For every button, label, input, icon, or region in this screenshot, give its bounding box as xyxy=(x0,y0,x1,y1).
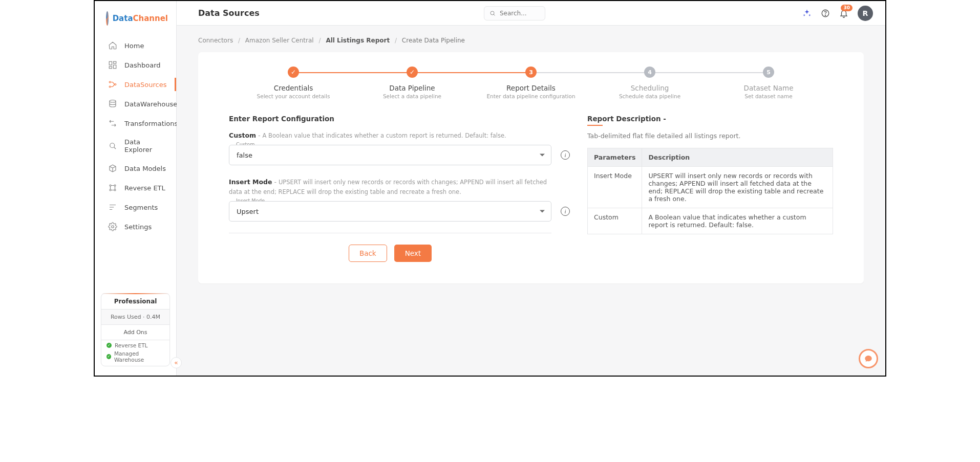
parameters-table: Parameters Description Insert Mode UPSER… xyxy=(587,148,833,234)
help-icon[interactable] xyxy=(821,9,830,18)
transformations-icon xyxy=(108,119,117,128)
desc-text: Tab-delimited flat file detailed all lis… xyxy=(587,132,833,140)
field-custom: Custom - A Boolean value that indicates … xyxy=(229,130,551,165)
svg-rect-1 xyxy=(114,61,116,63)
chevron-down-icon xyxy=(540,154,545,157)
notifications-button[interactable]: 30 xyxy=(839,9,848,18)
home-icon xyxy=(108,41,117,50)
plan-rows-used: Rows Used · 0.4M xyxy=(101,310,169,324)
step-dataset-name: 5 Dataset Name Set dataset name xyxy=(709,67,828,99)
breadcrumb: Connectors / Amazon Seller Central / All… xyxy=(177,26,885,49)
sidebar-item-dashboard[interactable]: Dashboard xyxy=(95,55,176,75)
plan-addon: ✓Managed Warehouse xyxy=(101,348,169,366)
svg-rect-3 xyxy=(109,67,112,69)
table-row: Insert Mode UPSERT will insert only new … xyxy=(588,167,833,208)
step-data-pipeline[interactable]: ✓ Data Pipeline Select a data pipeline xyxy=(353,67,472,99)
sidebar-item-segments[interactable]: Segments xyxy=(95,197,176,217)
svg-point-12 xyxy=(114,189,116,191)
info-icon[interactable]: i xyxy=(561,150,570,160)
next-button[interactable]: Next xyxy=(394,245,432,262)
step-report-details[interactable]: 3 Report Details Enter data pipeline con… xyxy=(472,67,590,99)
info-icon[interactable]: i xyxy=(561,207,570,216)
svg-point-8 xyxy=(110,143,115,148)
avatar[interactable]: R xyxy=(858,6,873,21)
field-insert-mode: Insert Mode - UPSERT will insert only ne… xyxy=(229,177,551,222)
primary-nav: Home Dashboard DataSources DataWarehouse… xyxy=(95,35,176,236)
insert-mode-select-value: Upsert xyxy=(237,208,259,215)
sidebar-item-label: Dashboard xyxy=(124,61,161,69)
segments-icon xyxy=(108,203,117,212)
notification-badge: 30 xyxy=(841,5,853,12)
breadcrumb-current: Create Data Pipeline xyxy=(402,37,465,44)
sidebar-item-data-models[interactable]: Data Models xyxy=(95,159,176,178)
breadcrumb-item[interactable]: Amazon Seller Central xyxy=(245,37,314,44)
svg-point-6 xyxy=(115,84,116,85)
check-icon: ✓ xyxy=(410,69,415,76)
sidebar-item-label: Data Models xyxy=(124,165,166,172)
back-button[interactable]: Back xyxy=(349,245,387,262)
plan-addons-title: Add Ons xyxy=(101,324,169,340)
svg-point-13 xyxy=(112,226,114,228)
step-credentials[interactable]: ✓ Credentials Select your account detail… xyxy=(234,67,353,99)
sidebar-item-label: Segments xyxy=(124,204,158,211)
sidebar-item-datawarehouses[interactable]: DataWarehouses xyxy=(95,94,176,114)
warehouse-icon xyxy=(108,99,117,108)
breadcrumb-item[interactable]: Connectors xyxy=(198,37,233,44)
sidebar-item-reverse-etl[interactable]: Reverse ETL xyxy=(95,178,176,197)
logo-text: DataChannel xyxy=(113,14,168,23)
sidebar-item-label: Transformations xyxy=(124,120,178,127)
check-icon: ✓ xyxy=(106,354,111,359)
sidebar-item-label: Home xyxy=(124,42,144,50)
chat-icon xyxy=(864,355,872,363)
logo[interactable]: DataChannel xyxy=(95,1,176,35)
sidebar-item-label: DataSources xyxy=(124,81,166,89)
svg-rect-0 xyxy=(109,61,112,65)
desc-heading: Report Description - xyxy=(587,115,833,123)
gear-icon xyxy=(108,222,117,231)
report-description: Report Description - Tab-delimited flat … xyxy=(587,115,833,234)
sidebar-item-label: Data Explorer xyxy=(124,138,168,153)
chevron-down-icon xyxy=(540,210,545,213)
desc-underline xyxy=(587,125,603,126)
sidebar-item-data-explorer[interactable]: Data Explorer xyxy=(95,133,176,159)
page-title: Data Sources xyxy=(198,8,260,18)
sidebar-item-home[interactable]: Home xyxy=(95,36,176,55)
stepper: ✓ Credentials Select your account detail… xyxy=(234,67,828,99)
sidebar: DataChannel Home Dashboard DataSources D… xyxy=(95,1,177,376)
top-header: Data Sources 30 R xyxy=(177,1,885,26)
check-icon: ✓ xyxy=(106,343,112,348)
chat-button[interactable] xyxy=(859,349,878,368)
search-icon xyxy=(489,10,496,17)
datasources-icon xyxy=(108,80,117,89)
svg-point-4 xyxy=(109,81,111,83)
step-scheduling: 4 Scheduling Schedule data pipeline xyxy=(590,67,709,99)
sidebar-item-transformations[interactable]: Transformations xyxy=(95,114,176,133)
svg-point-7 xyxy=(110,100,116,103)
svg-point-14 xyxy=(491,11,494,15)
form-heading: Enter Report Configuration xyxy=(229,115,551,123)
svg-point-5 xyxy=(109,86,111,87)
table-header-parameters: Parameters xyxy=(588,148,642,167)
table-row: Custom A Boolean value that indicates wh… xyxy=(588,208,833,234)
plan-card: Professional Rows Used · 0.4M Add Ons ✓R… xyxy=(101,293,170,366)
logo-icon xyxy=(106,11,109,26)
divider xyxy=(229,233,551,233)
insert-mode-select[interactable]: Upsert xyxy=(229,201,551,222)
wizard-panel: ✓ Credentials Select your account detail… xyxy=(198,52,864,283)
search-input[interactable] xyxy=(484,6,545,20)
sidebar-collapse-button[interactable]: « xyxy=(171,357,182,368)
sidebar-item-settings[interactable]: Settings xyxy=(95,217,176,236)
explorer-icon xyxy=(108,141,117,150)
svg-rect-2 xyxy=(114,65,116,69)
search-field[interactable] xyxy=(499,9,540,17)
breadcrumb-item[interactable]: All Listings Report xyxy=(326,37,390,44)
custom-select-value: false xyxy=(237,151,252,159)
sidebar-item-label: Settings xyxy=(124,223,152,231)
sidebar-item-datasources[interactable]: DataSources xyxy=(95,75,176,94)
svg-point-9 xyxy=(110,185,111,186)
custom-select[interactable]: false xyxy=(229,145,551,165)
sparkle-icon[interactable] xyxy=(802,9,812,18)
svg-point-16 xyxy=(825,15,825,15)
plan-addon: ✓Reverse ETL xyxy=(101,340,169,348)
reverse-etl-icon xyxy=(108,183,117,192)
